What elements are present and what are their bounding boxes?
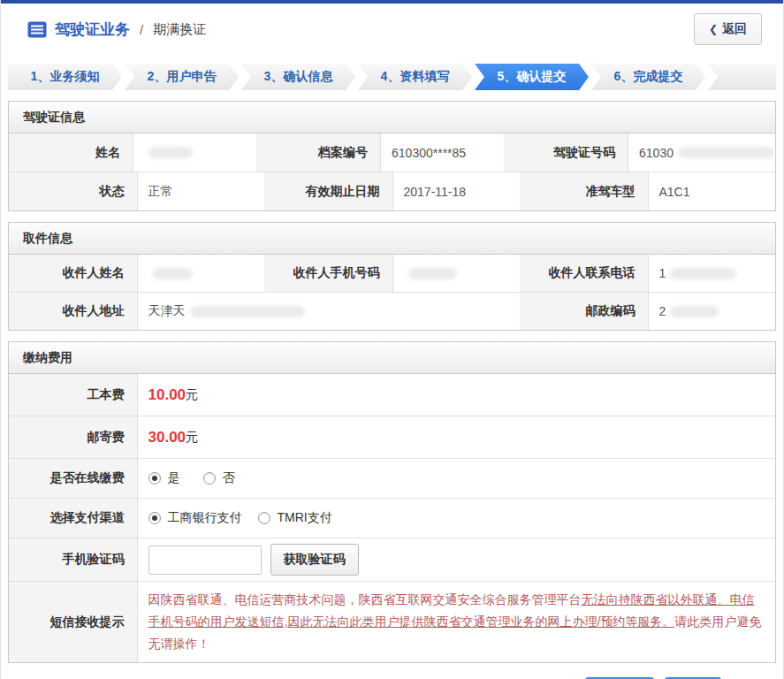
form-list-icon: [27, 21, 47, 38]
step-3-confirm-info: 3、确认信息: [241, 64, 355, 90]
license-number-label: 驾驶证号码: [504, 134, 628, 172]
pay-channel-options: 工商银行支付 TMRI支付: [137, 499, 776, 538]
recipient-address-label: 收件人地址: [9, 293, 137, 330]
sms-code-input[interactable]: [148, 545, 262, 575]
recipient-name-value: [137, 255, 265, 292]
production-fee-label: 工本费: [9, 374, 137, 416]
payment-section: 缴纳费用 工本费 10.00元 邮寄费 30.00元 是否在线缴费: [8, 341, 776, 663]
pickup-section-title: 取件信息: [9, 223, 775, 255]
page-subtitle: 期满换证: [153, 21, 206, 38]
production-fee-amount: 10.00: [148, 386, 186, 404]
back-button[interactable]: ❮ 返回: [694, 13, 762, 45]
page-title: 驾驶证业务: [55, 19, 130, 40]
table-row: 选择支付渠道 工商银行支付 TMRI支付: [9, 498, 775, 538]
postage-fee-value: 30.00元: [137, 416, 776, 458]
recipient-phone-value: 1: [648, 255, 776, 292]
step-progress-bar: 1、业务须知 2、用户申告 3、确认信息 4、资料填写 5、确认提交 6、完成提…: [8, 64, 776, 90]
payment-section-title: 缴纳费用: [9, 342, 775, 374]
sms-code-label: 手机验证码: [9, 538, 137, 581]
table-row: 手机验证码 获取验证码: [9, 538, 775, 581]
radio-unchecked-icon: [203, 472, 216, 484]
table-row: 收件人地址 天津天 邮政编码 2: [9, 292, 775, 330]
breadcrumb: 驾驶证业务 / 期满换证: [27, 19, 206, 40]
postal-code-value: 2: [648, 293, 776, 330]
production-fee-value: 10.00元: [137, 374, 776, 416]
postage-fee-label: 邮寄费: [9, 416, 137, 458]
file-number-label: 档案编号: [256, 134, 380, 172]
sms-notice-label: 短信接收提示: [9, 582, 137, 662]
sms-code-field: 获取验证码: [137, 538, 776, 581]
table-row: 收件人姓名 收件人手机号码 收件人联系电话 1: [9, 255, 775, 292]
table-row: 工本费 10.00元: [9, 374, 775, 416]
status-label: 状态: [9, 172, 137, 210]
fee-unit: 元: [186, 387, 198, 403]
license-number-value: 61030: [628, 134, 775, 172]
page-header: 驾驶证业务 / 期满换证 ❮ 返回: [1, 4, 783, 55]
step-2-user-declaration: 2、用户申告: [125, 64, 239, 90]
icbc-pay-label: 工商银行支付: [168, 510, 242, 526]
redacted-value: [190, 306, 305, 317]
expiry-date-value: 2017-11-18: [392, 172, 521, 210]
get-sms-code-button[interactable]: 获取验证码: [270, 544, 359, 576]
vehicle-class-value: A1C1: [648, 172, 776, 210]
file-number-value: 610300****85: [380, 134, 504, 172]
postage-fee-amount: 30.00: [148, 429, 186, 446]
fee-unit: 元: [186, 430, 198, 446]
back-button-label: 返回: [722, 21, 747, 37]
recipient-mobile-label: 收件人手机号码: [264, 255, 392, 292]
table-row: 是否在线缴费 是 否: [9, 458, 775, 498]
license-info-section: 驾驶证信息 姓名 档案编号 610300****85 驾驶证号码 61030 状…: [8, 101, 776, 211]
name-label: 姓名: [9, 134, 133, 172]
step-bar-filler: [708, 64, 776, 90]
recipient-mobile-value: [392, 255, 521, 292]
license-section-title: 驾驶证信息: [9, 102, 775, 134]
redacted-value: [148, 147, 193, 158]
main-content: 驾驶证信息 姓名 档案编号 610300****85 驾驶证号码 61030 状…: [1, 101, 783, 679]
step-4-fill-data: 4、资料填写: [358, 64, 472, 90]
table-row: 短信接收提示 因陕西省联通、电信运营商技术问题，陕西省互联网交通安全综合服务管理…: [9, 581, 775, 662]
table-row: 邮寄费 30.00元: [9, 416, 775, 458]
online-pay-options: 是 否: [137, 459, 776, 498]
recipient-address-value: 天津天: [137, 293, 521, 330]
back-arrow-icon: ❮: [709, 23, 718, 35]
online-pay-no-radio[interactable]: 否: [203, 470, 235, 486]
sms-notice-text: 因陕西省联通、电信运营商技术问题，陕西省互联网交通安全综合服务管理平台无法向持陕…: [148, 582, 776, 662]
step-6-finish-submit: 6、完成提交: [591, 64, 705, 90]
tmri-pay-radio[interactable]: TMRI支付: [258, 510, 332, 526]
radio-checked-icon: [148, 472, 161, 484]
pay-channel-label: 选择支付渠道: [9, 499, 137, 538]
online-pay-no-label: 否: [223, 470, 235, 486]
step-1-business-notice: 1、业务须知: [8, 64, 122, 90]
postal-code-label: 邮政编码: [520, 293, 648, 330]
breadcrumb-separator: /: [140, 22, 143, 37]
tmri-pay-label: TMRI支付: [278, 510, 332, 526]
redacted-value: [153, 268, 193, 279]
table-row: 姓名 档案编号 610300****85 驾驶证号码 61030: [9, 134, 775, 172]
redacted-value: [670, 306, 719, 317]
online-pay-yes-radio[interactable]: 是: [148, 470, 180, 486]
redacted-value: [678, 147, 775, 158]
expiry-date-label: 有效期止日期: [264, 172, 392, 210]
icbc-pay-radio[interactable]: 工商银行支付: [148, 510, 242, 526]
status-value: 正常: [137, 172, 265, 210]
sms-notice-value: 因陕西省联通、电信运营商技术问题，陕西省互联网交通安全综合服务管理平台无法向持陕…: [137, 582, 776, 662]
step-5-confirm-submit-active: 5、确认提交: [475, 64, 589, 90]
vehicle-class-label: 准驾车型: [520, 172, 648, 210]
online-pay-label: 是否在线缴费: [9, 459, 137, 498]
recipient-phone-label: 收件人联系电话: [520, 255, 648, 292]
online-pay-yes-label: 是: [168, 470, 180, 486]
name-value: [133, 134, 256, 172]
recipient-name-label: 收件人姓名: [9, 255, 137, 292]
redacted-value: [670, 268, 736, 279]
table-row: 状态 正常 有效期止日期 2017-11-18 准驾车型 A1C1: [9, 172, 775, 210]
redacted-value: [408, 268, 457, 279]
radio-checked-icon: [148, 512, 161, 524]
pickup-info-section: 取件信息 收件人姓名 收件人手机号码 收件人联系电话 1 收件人地址 天津天 邮…: [8, 222, 776, 331]
page: 驾驶证业务 / 期满换证 ❮ 返回 1、业务须知 2、用户申告 3、确认信息 4…: [0, 0, 784, 679]
radio-unchecked-icon: [258, 512, 270, 524]
